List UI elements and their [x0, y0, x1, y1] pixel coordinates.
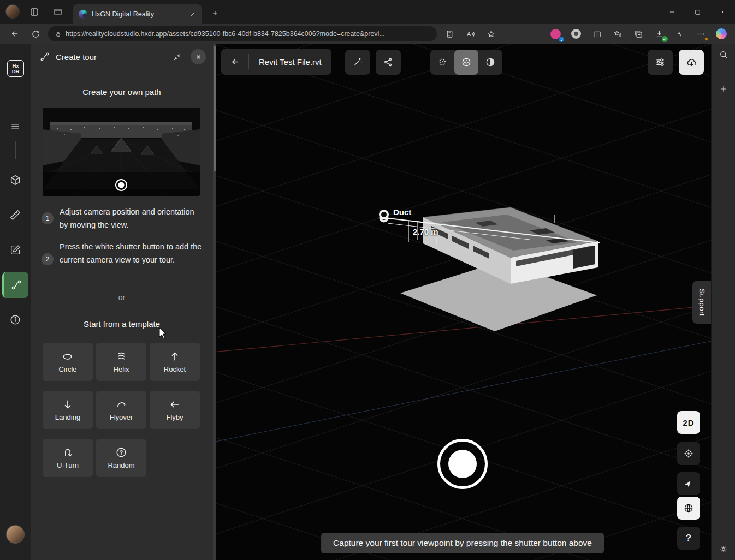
- split-screen-icon[interactable]: [589, 26, 605, 42]
- workspaces-icon[interactable]: [26, 4, 43, 20]
- window-controls: [660, 0, 735, 24]
- extension-gray-icon[interactable]: [568, 26, 584, 42]
- template-landing-button[interactable]: Landing: [43, 391, 93, 429]
- sidebar-item-tour[interactable]: [2, 272, 28, 298]
- downloads-icon[interactable]: [651, 26, 667, 42]
- sidebar-search-button[interactable]: [715, 46, 732, 63]
- hxdr-logo[interactable]: Hx DR: [7, 60, 24, 77]
- reality-cloud-studio-app: Hx DR: [0, 44, 735, 560]
- file-toolbar: Revit Test File.rvt: [221, 49, 331, 75]
- template-helix-button[interactable]: Helix: [96, 343, 146, 381]
- share-button[interactable]: [376, 50, 401, 75]
- url-text[interactable]: https://realitycloudstudio.hxdr.app/asse…: [66, 30, 385, 38]
- point-cloud-icon: [437, 57, 448, 68]
- tab-actions-icon[interactable]: [50, 4, 66, 20]
- globe-view-button[interactable]: [677, 497, 700, 520]
- hint-toast: Capture your first tour viewpoint by pre…: [321, 533, 604, 553]
- question-circle-icon: ?: [115, 446, 127, 458]
- create-tour-panel: Create tour Create your own path: [31, 44, 213, 560]
- shaded-sphere-icon: [485, 57, 496, 68]
- browser-window: HxGN Digital Reality: [0, 0, 735, 560]
- revit-building-model: [366, 196, 617, 349]
- refresh-button[interactable]: [27, 26, 44, 42]
- maximize-button[interactable]: [685, 0, 710, 24]
- locate-button[interactable]: [677, 442, 700, 465]
- globe-icon: [683, 503, 694, 514]
- back-button[interactable]: [7, 26, 23, 42]
- navigation-arrow-icon: [684, 479, 693, 488]
- navigate-button[interactable]: [677, 472, 700, 495]
- step-1-text: Adjust camera position and orientation b…: [60, 205, 203, 231]
- download-complete-badge: [662, 36, 668, 42]
- shaded-model-mode-button[interactable]: [478, 50, 502, 75]
- favorites-icon[interactable]: [609, 26, 626, 42]
- template-flyby-button[interactable]: Flyby: [150, 391, 200, 429]
- browser-tab[interactable]: HxGN Digital Reality: [73, 4, 202, 24]
- search-icon: [719, 50, 728, 59]
- arrow-left-icon: [169, 398, 181, 410]
- download-button[interactable]: [679, 50, 704, 75]
- app-sidebar-rail: Hx DR: [0, 44, 31, 560]
- mode-2d-button[interactable]: 2D: [677, 411, 700, 434]
- collections-icon[interactable]: [630, 26, 647, 42]
- collapse-panel-button[interactable]: [169, 49, 185, 64]
- magic-wand-button[interactable]: [345, 50, 370, 75]
- annotation-marker[interactable]: [379, 210, 389, 219]
- minimize-button[interactable]: [660, 0, 685, 24]
- sidebar-item-measure[interactable]: [4, 204, 26, 226]
- close-panel-button[interactable]: [191, 49, 206, 64]
- back-to-assets-button[interactable]: [221, 49, 248, 75]
- new-tab-button[interactable]: [208, 5, 223, 21]
- viewport-3d-canvas[interactable]: Duct 2.70 m Revit Test File.rvt: [216, 44, 711, 560]
- address-bar[interactable]: https://realitycloudstudio.hxdr.app/asse…: [48, 26, 437, 41]
- svg-text:?: ?: [120, 450, 123, 456]
- support-tab[interactable]: Support: [692, 281, 711, 324]
- view-settings-button[interactable]: [648, 50, 673, 75]
- panel-scrollbar-thumb[interactable]: [214, 46, 216, 171]
- gear-icon: [719, 544, 728, 554]
- template-grid: Circle Helix Rocket: [43, 343, 200, 477]
- settings-more-icon[interactable]: [692, 26, 709, 42]
- arc-arrow-icon: [115, 398, 127, 410]
- step-2: 2 Press the white shutter button to add …: [42, 240, 203, 266]
- sidebar-item-annotate[interactable]: [4, 239, 26, 261]
- shutter-button-inner: [448, 450, 477, 478]
- sidebar-item-assets[interactable]: [4, 169, 26, 191]
- template-random-button[interactable]: ? Random: [96, 439, 146, 477]
- magic-wand-icon: [352, 57, 363, 68]
- browser-profile-avatar[interactable]: [5, 4, 20, 19]
- step-1: 1 Adjust camera position and orientation…: [42, 205, 203, 231]
- main-menu-button[interactable]: [4, 116, 26, 138]
- copilot-icon[interactable]: [713, 26, 730, 42]
- browser-essentials-icon[interactable]: [672, 26, 688, 42]
- template-flyover-button[interactable]: Flyover: [96, 391, 146, 429]
- step-1-number: 1: [42, 212, 54, 224]
- shutter-button[interactable]: [437, 439, 488, 489]
- reader-mode-icon[interactable]: [441, 26, 458, 42]
- close-window-button[interactable]: [710, 0, 735, 24]
- helix-icon: [115, 350, 127, 362]
- extension-pink-icon[interactable]: 3: [547, 26, 564, 42]
- template-uturn-button[interactable]: U-Turn: [43, 439, 93, 477]
- sidebar-add-button[interactable]: [715, 80, 732, 98]
- mouse-cursor: [158, 327, 169, 339]
- add-favorite-star-icon[interactable]: [483, 26, 499, 42]
- user-avatar[interactable]: [6, 525, 25, 544]
- panel-header: Create tour: [31, 44, 213, 70]
- point-cloud-mode-button[interactable]: [430, 50, 454, 75]
- render-mode-toggle: [430, 50, 502, 75]
- y-axis-line: [216, 341, 711, 442]
- read-aloud-icon[interactable]: A: [462, 26, 478, 42]
- sidebar-settings-button[interactable]: [715, 540, 732, 558]
- rail-divider: [15, 141, 16, 159]
- template-rocket-button[interactable]: Rocket: [150, 343, 200, 381]
- site-info-lock-icon[interactable]: [55, 31, 62, 38]
- circle-path-icon: [62, 350, 74, 362]
- tab-close-icon[interactable]: [188, 9, 198, 19]
- sidebar-item-info[interactable]: [4, 309, 26, 331]
- extension-badge: 3: [558, 36, 565, 43]
- help-button[interactable]: ?: [677, 527, 700, 550]
- textured-mesh-mode-button[interactable]: [454, 50, 478, 75]
- close-icon: [195, 53, 202, 61]
- template-circle-button[interactable]: Circle: [43, 343, 93, 381]
